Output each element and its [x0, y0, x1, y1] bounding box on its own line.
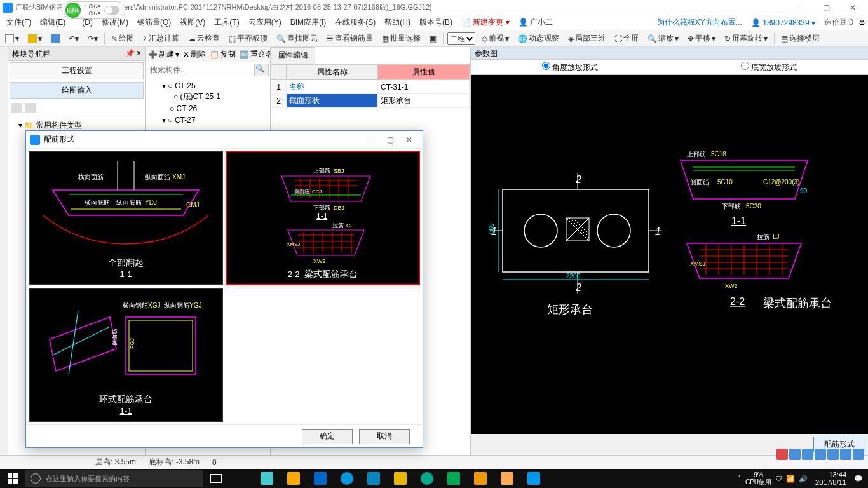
tb-findpic[interactable]: 🔍 查找图元	[274, 32, 320, 45]
ct-26[interactable]: ○ CT-26	[153, 103, 262, 115]
help-link[interactable]: 为什么筏板XY方向布置...	[653, 16, 746, 29]
ct-25[interactable]: ▾ ○ CT-25	[153, 81, 262, 91]
task-store[interactable]	[361, 469, 386, 488]
tb-dynview[interactable]: 🌐 动态观察	[515, 32, 562, 45]
card1-diagram: 横向面筋 纵向面筋XMJ 横向底筋 纵向底筋YDJ CMJ	[34, 155, 218, 257]
search-button[interactable]: 🔍	[255, 64, 269, 76]
tb-fullscreen[interactable]: ⛶ 全屏	[612, 32, 641, 45]
menu-new-change[interactable]: 📄 新建变更 ▾	[458, 16, 513, 29]
ct-25-1[interactable]: ○ (底)CT-25-1	[153, 91, 262, 103]
float-a-icon[interactable]	[789, 449, 801, 460]
float-b-icon[interactable]	[802, 449, 813, 460]
float-e-icon[interactable]	[840, 449, 851, 460]
nav-expand-icon[interactable]	[11, 103, 22, 113]
tb-selfloor[interactable]: ▤ 选择楼层	[778, 32, 822, 45]
tray-clock[interactable]: 13:442017/8/11	[811, 471, 850, 486]
prop-tab-edit[interactable]: 属性编辑	[271, 47, 315, 64]
tb-sum[interactable]: Σ 汇总计算	[140, 32, 182, 45]
task-glodon[interactable]	[521, 469, 546, 488]
mtb-copy[interactable]: 📋 复制	[210, 49, 236, 60]
radio-bottom-slope[interactable]: 底宽放坡形式	[741, 62, 797, 73]
menu-online[interactable]: 在线服务(S)	[331, 16, 379, 29]
close-button[interactable]: ✕	[840, 1, 865, 14]
task-app-g[interactable]	[414, 469, 440, 488]
tb-cloud[interactable]: ☁ 云检查	[186, 32, 222, 45]
dialog-close[interactable]: ✕	[400, 135, 419, 144]
tb-rotate[interactable]: ↻ 屏幕旋转▾	[722, 32, 770, 45]
task-view-icon[interactable]	[203, 469, 229, 488]
ct-27[interactable]: ▾ ○ CT-27	[153, 115, 262, 125]
task-explorer[interactable]	[388, 469, 413, 488]
float-c-icon[interactable]	[815, 449, 826, 460]
dialog-cancel-button[interactable]: 取消	[359, 429, 410, 444]
card-all-flip[interactable]: 横向面筋 纵向面筋XMJ 横向底筋 纵向底筋YDJ CMJ 全部翻起1-1	[29, 151, 223, 285]
task-sticky[interactable]	[494, 469, 520, 488]
tb-redo[interactable]: ↷▾	[85, 33, 100, 44]
tb-open[interactable]: ▾	[25, 33, 44, 44]
tray-notifications-icon[interactable]: 💬	[854, 475, 863, 483]
prop-row-shape[interactable]: 2截面形状矩形承台	[271, 94, 470, 108]
task-excel[interactable]	[441, 469, 466, 488]
mtb-del[interactable]: ✕ 删除	[183, 49, 206, 60]
menu-tools[interactable]: 工具(T)	[210, 16, 243, 29]
tb-ico1[interactable]: ▣	[427, 33, 439, 44]
menu-rebar[interactable]: 钢筋量(Q)	[133, 16, 175, 29]
tb-flatroof[interactable]: ⬚ 平齐板顶	[226, 32, 270, 45]
tray-volume-icon[interactable]: 🔊	[799, 475, 808, 483]
float-f-icon[interactable]	[853, 449, 864, 460]
tb-save[interactable]	[48, 33, 62, 44]
minimize-button[interactable]: ─	[787, 1, 812, 14]
dialog-minimize[interactable]: ─	[362, 135, 381, 144]
task-edge[interactable]	[334, 469, 360, 488]
param-canvas[interactable]: 2 2 1 1 2200 800 矩形承台 上部筋 5C18 侧面筋 5C10 …	[471, 75, 868, 434]
tray-shield-icon[interactable]: 🛡	[775, 475, 782, 482]
card-ring-style[interactable]: 横向钢筋XGJ 纵向钢筋YGJ 侧面筋 FGJ 环式配筋承台1-1	[29, 288, 223, 422]
start-button[interactable]	[0, 469, 25, 488]
prop-row-name[interactable]: 1名称CT-31-1	[271, 80, 470, 94]
tray-wifi-icon[interactable]: 📶	[786, 475, 795, 483]
task-note[interactable]	[468, 469, 493, 488]
menu-edit[interactable]: 编辑(E)	[36, 16, 69, 29]
dialog-maximize[interactable]: ▢	[381, 135, 400, 144]
tb-undo[interactable]: ↶▾	[66, 33, 81, 44]
menu-version[interactable]: 版本号(B)	[416, 16, 456, 29]
tb-pan[interactable]: ✥ 平移▾	[685, 32, 718, 45]
taskbar-search[interactable]: 在这里输入你要搜索的内容	[25, 470, 203, 487]
menu-file[interactable]: 文件(F)	[3, 16, 35, 29]
nav-collapse-icon[interactable]	[25, 103, 36, 113]
tb-zoom[interactable]: 🔍 缩放▾	[645, 32, 681, 45]
task-app-2[interactable]	[281, 469, 306, 488]
tb-topview[interactable]: ◇ 俯视▾	[479, 32, 512, 45]
nav-tab-drawin[interactable]: 绘图输入	[10, 82, 144, 99]
tb-view2d[interactable]: 二维	[447, 32, 475, 45]
component-search-input[interactable]	[147, 64, 255, 76]
settings-icon[interactable]: ⚙	[858, 18, 865, 27]
dialog-ok-button[interactable]: 确定	[302, 429, 353, 444]
nav-pin-icon[interactable]: 📌 ×	[125, 49, 141, 58]
tb-draw[interactable]: ✎ 绘图	[109, 32, 137, 45]
float-d-icon[interactable]	[827, 449, 839, 460]
radio-angle-slope[interactable]: 角度放坡形式	[542, 62, 598, 73]
mtb-rename[interactable]: 🔤 重命名	[240, 49, 270, 60]
menu-cloud[interactable]: 云应用(Y)	[245, 16, 285, 29]
ime-icon[interactable]	[776, 449, 788, 460]
task-app-3[interactable]	[308, 469, 333, 488]
network-gauge[interactable]: 69% ↑ 0K/s ↓ 0K/s	[64, 1, 125, 19]
tray-chevron-icon[interactable]: ˄	[738, 475, 742, 483]
user-id[interactable]: 👤 13907298339 ▾	[747, 17, 819, 29]
nav-tab-engset[interactable]: 工程设置	[10, 62, 144, 79]
task-app-1[interactable]	[254, 469, 280, 488]
tb-local3d[interactable]: ◈ 局部三维	[566, 32, 608, 45]
menu-help[interactable]: 帮助(H)	[381, 16, 414, 29]
mtb-new[interactable]: ➕ 新建▾	[148, 49, 179, 60]
tray-cpu[interactable]: 9%CPU使用	[745, 471, 771, 485]
user-small[interactable]: 👤 广小二	[515, 16, 557, 29]
tb-batchsel[interactable]: ▦ 批量选择	[379, 32, 423, 45]
card-beam-style[interactable]: 上部筋SBJ 侧面筋CCJ 下部筋DBJ 1-1 拉筋GJ XMSJ XW2 2…	[226, 151, 420, 285]
tb-new[interactable]: ▾	[3, 33, 22, 44]
menu-view[interactable]: 视图(V)	[176, 16, 209, 29]
menu-bim[interactable]: BIM应用(I)	[287, 16, 330, 29]
gauge-toggle[interactable]	[104, 6, 119, 15]
tb-viewsteel[interactable]: ☰ 查看钢筋量	[324, 32, 376, 45]
maximize-button[interactable]: ▢	[813, 1, 839, 14]
